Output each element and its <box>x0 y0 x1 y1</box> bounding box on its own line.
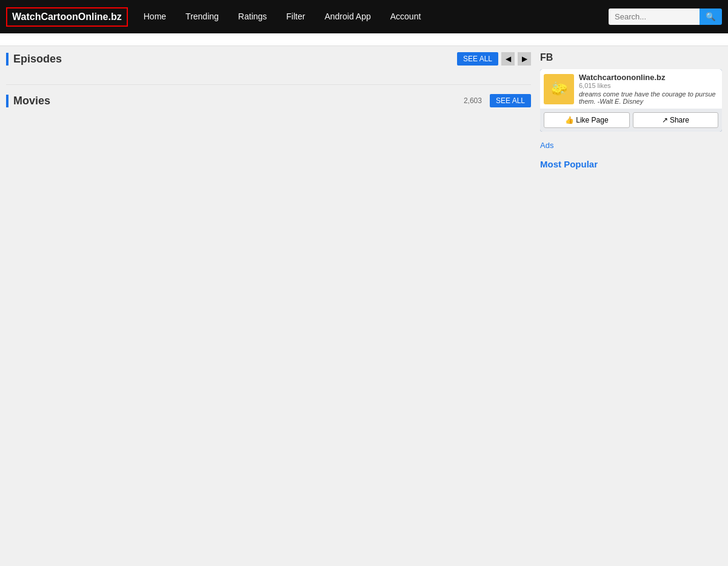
movies-see-all[interactable]: SEE ALL <box>490 94 531 107</box>
episodes-section: Episodes SEE ALL ◀ ▶ <box>6 52 531 75</box>
fb-widget: 🧽 Watchcartoononline.bz 6,015 likes drea… <box>540 69 722 132</box>
main-layout: Episodes SEE ALL ◀ ▶ Movies 2,603 SEE AL… <box>0 46 728 184</box>
fb-header: 🧽 Watchcartoononline.bz 6,015 likes drea… <box>540 69 722 109</box>
fb-share-button[interactable]: ↗ Share <box>633 112 719 128</box>
fb-page-name: Watchcartoononline.bz <box>579 73 718 82</box>
content-area: Episodes SEE ALL ◀ ▶ Movies 2,603 SEE AL… <box>6 52 531 178</box>
movies-section: Movies 2,603 SEE ALL <box>6 94 531 122</box>
search-input[interactable] <box>609 8 700 25</box>
movies-count: 2,603 <box>464 96 482 105</box>
nav-item-android[interactable]: Android App <box>315 0 380 33</box>
episodes-see-all[interactable]: SEE ALL <box>457 52 498 66</box>
sidebar: FB 🧽 Watchcartoononline.bz 6,015 likes d… <box>540 52 722 178</box>
search-button[interactable]: 🔍 <box>700 8 722 25</box>
fb-likes: 6,015 likes <box>579 82 718 89</box>
nav-item-filter[interactable]: Filter <box>276 0 315 33</box>
episodes-controls: SEE ALL ◀ ▶ <box>457 52 531 66</box>
nav-item-account[interactable]: Account <box>381 0 431 33</box>
ads-section: Ads <box>540 141 722 150</box>
nav-item-ratings[interactable]: Ratings <box>229 0 276 33</box>
fb-section-title: FB <box>540 52 722 63</box>
episodes-title: Episodes <box>6 53 62 66</box>
header: WatchCartoonOnline.bz HomeTrendingRating… <box>0 0 728 33</box>
movies-controls: 2,603 SEE ALL <box>464 94 531 107</box>
fb-tagline: dreams come true have the courage to pur… <box>579 90 718 105</box>
nav-item-home[interactable]: Home <box>134 0 176 33</box>
episodes-header: Episodes SEE ALL ◀ ▶ <box>6 52 531 68</box>
fb-info: Watchcartoononline.bz 6,015 likes dreams… <box>579 73 718 105</box>
logo-text: WatchCartoonOnline.bz <box>12 12 122 22</box>
movies-title: Movies <box>6 95 50 107</box>
fb-buttons: 👍 Like Page ↗ Share <box>540 109 722 132</box>
most-popular-title: Most Popular <box>540 159 722 169</box>
fb-section: FB 🧽 Watchcartoononline.bz 6,015 likes d… <box>540 52 722 132</box>
main-nav: HomeTrendingRatingsFilterAndroid AppAcco… <box>134 0 609 33</box>
episodes-next[interactable]: ▶ <box>518 52 531 66</box>
episodes-prev[interactable]: ◀ <box>501 52 515 66</box>
most-popular-section: Most Popular <box>540 159 722 169</box>
movies-header: Movies 2,603 SEE ALL <box>6 94 531 110</box>
fb-avatar: 🧽 <box>544 74 574 104</box>
search-box: 🔍 <box>609 8 722 25</box>
fb-like-button[interactable]: 👍 Like Page <box>544 112 630 128</box>
alpha-bar <box>0 33 728 46</box>
ads-label: Ads <box>540 141 722 150</box>
section-divider <box>6 84 531 85</box>
logo[interactable]: WatchCartoonOnline.bz <box>6 7 128 27</box>
nav-item-trending[interactable]: Trending <box>176 0 229 33</box>
